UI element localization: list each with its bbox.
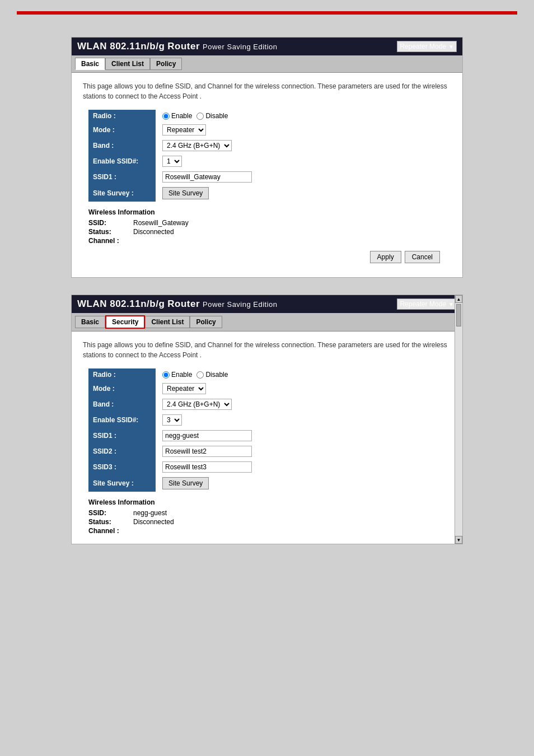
panel-content-2: This page allows you to define SSID, and… <box>72 332 462 544</box>
radio-enable-label-1[interactable]: Enable <box>162 112 192 120</box>
tab-security-2[interactable]: Security <box>105 315 145 329</box>
tab-clientlist-2[interactable]: Client List <box>145 316 190 328</box>
wi-status-label-1: Status: <box>88 227 133 236</box>
title-brand-2: Router <box>167 298 200 309</box>
radio-enable-input-1[interactable] <box>162 113 170 120</box>
wireless-info-table-1: SSID: Rosewill_Gateway Status: Disconnec… <box>88 218 189 245</box>
site-survey-button-2[interactable]: Site Survey <box>162 477 209 489</box>
mode-select-2[interactable]: Repeater <box>162 383 206 394</box>
site-survey-btn-cell-1: Site Survey <box>156 185 256 202</box>
title-bold-2: WLAN 802.11n/b/g <box>77 298 165 309</box>
wi-ssid-row-2: SSID: negg-guest <box>88 508 174 517</box>
band-label-cell-1: Band : <box>88 138 156 153</box>
site-survey-label-1: Site Survey : <box>88 185 156 202</box>
mode-label-1: Repeater Mode <box>400 43 446 50</box>
row-ssid1-1: SSID1 : <box>88 169 256 185</box>
radio-disable-label-2[interactable]: Disable <box>196 371 228 379</box>
title-light-2: Power Saving Edition <box>203 300 278 309</box>
ssid2-label-2: SSID2 : <box>88 444 156 459</box>
router-panel-2: ▲ ▼ WLAN 802.11n/b/g Router Power Saving… <box>71 295 463 544</box>
tab-policy-2[interactable]: Policy <box>190 316 222 328</box>
ssid3-input-2[interactable] <box>162 461 252 473</box>
scrollbar-up-btn[interactable]: ▲ <box>455 295 462 303</box>
band-select-cell-1: 2.4 GHz (B+G+N) <box>156 138 256 153</box>
tab-basic-1[interactable]: Basic <box>75 58 105 70</box>
panel-header-2: WLAN 802.11n/b/g Router Power Saving Edi… <box>72 295 462 313</box>
panel-nav-2: Basic Security Client List Policy <box>72 313 462 332</box>
radio-label-1: Radio : <box>88 110 156 122</box>
wi-channel-value-2 <box>133 526 174 535</box>
tab-clientlist-1[interactable]: Client List <box>105 58 150 70</box>
ssid2-input-2[interactable] <box>162 446 252 457</box>
tab-policy-1[interactable]: Policy <box>150 58 182 70</box>
row-band-1: Band : 2.4 GHz (B+G+N) <box>88 138 256 153</box>
wi-status-row-2: Status: Disconnected <box>88 517 174 526</box>
ssid1-input-2[interactable] <box>162 430 252 441</box>
wi-ssid-label-1: SSID: <box>88 218 133 227</box>
row-ssid1-2: SSID1 : <box>88 428 256 444</box>
ssid1-input-1[interactable] <box>162 171 252 183</box>
band-select-1[interactable]: 2.4 GHz (B+G+N) <box>162 140 232 151</box>
panel-content-1: This page allows you to define SSID, and… <box>72 73 462 277</box>
radio-group-2: Enable Disable <box>156 368 256 381</box>
enable-ssid-label-1: Enable SSID#: <box>88 153 156 169</box>
scrollbar-area <box>455 303 462 536</box>
ssid1-label-1: SSID1 : <box>88 169 156 185</box>
scrollbar-thumb[interactable] <box>456 304 461 326</box>
wi-channel-value-1 <box>133 236 189 245</box>
panel-description-2: This page allows you to define SSID, and… <box>83 340 451 360</box>
mode-label-cell-2: Mode : <box>88 381 156 396</box>
enable-ssid-select-cell-2: 3 <box>156 412 256 428</box>
ssid3-input-cell-2 <box>156 459 256 475</box>
mode-dropdown-2[interactable]: Repeater Mode ▼ <box>397 298 457 310</box>
radio-group-1: Enable Disable <box>156 110 256 122</box>
radio-disable-label-1[interactable]: Disable <box>196 112 228 120</box>
radio-label-2: Radio : <box>88 368 156 381</box>
wireless-info-2: Wireless Information SSID: negg-guest St… <box>88 498 451 535</box>
radio-disable-text-1: Disable <box>205 112 228 120</box>
wi-status-value-1: Disconnected <box>133 227 189 236</box>
wi-channel-label-2: Channel : <box>88 526 133 535</box>
enable-ssid-select-cell-1: 1 <box>156 153 256 169</box>
radio-disable-input-1[interactable] <box>196 113 204 120</box>
row-radio-2: Radio : Enable Disable <box>88 368 256 381</box>
apply-button-1[interactable]: Apply <box>370 251 401 263</box>
ssid1-input-cell-1 <box>156 169 256 185</box>
radio-enable-label-2[interactable]: Enable <box>162 371 192 379</box>
ssid2-input-cell-2 <box>156 444 256 459</box>
row-enable-ssid-1: Enable SSID#: 1 <box>88 153 256 169</box>
mode-select-1[interactable]: Repeater <box>162 124 206 136</box>
scrollbar-down-btn[interactable]: ▼ <box>455 536 462 544</box>
wi-ssid-value-2: negg-guest <box>133 508 174 517</box>
ssid3-label-2: SSID3 : <box>88 459 156 475</box>
panel-description-1: This page allows you to define SSID, and… <box>83 81 451 101</box>
enable-ssid-select-1[interactable]: 1 <box>162 156 182 167</box>
tab-basic-2[interactable]: Basic <box>75 316 105 328</box>
row-radio-1: Radio : Enable Disable <box>88 110 256 122</box>
wi-status-label-2: Status: <box>88 517 133 526</box>
scrollbar-2[interactable]: ▲ ▼ <box>455 295 462 544</box>
radio-disable-text-2: Disable <box>205 371 228 379</box>
form-table-2: Radio : Enable Disable <box>88 368 256 492</box>
title-brand-1: Router <box>167 41 200 52</box>
form-table-1: Radio : Enable Disable <box>88 110 256 202</box>
wi-ssid-label-2: SSID: <box>88 508 133 517</box>
wireless-info-1: Wireless Information SSID: Rosewill_Gate… <box>88 208 451 245</box>
title-bold-1: WLAN 802.11n/b/g <box>77 41 165 52</box>
site-survey-button-1[interactable]: Site Survey <box>162 187 209 199</box>
radio-enable-input-2[interactable] <box>162 371 170 379</box>
band-select-2[interactable]: 2.4 GHz (B+G+N) <box>162 399 232 410</box>
enable-ssid-select-2[interactable]: 3 <box>162 414 182 426</box>
band-label-cell-2: Band : <box>88 396 156 412</box>
action-buttons-1: Apply Cancel <box>83 245 451 269</box>
wi-channel-row-1: Channel : <box>88 236 189 245</box>
wi-channel-row-2: Channel : <box>88 526 174 535</box>
radio-enable-text-2: Enable <box>171 371 192 379</box>
panel-title-1: WLAN 802.11n/b/g Router Power Saving Edi… <box>77 41 278 52</box>
ssid1-label-2: SSID1 : <box>88 428 156 444</box>
cancel-button-1[interactable]: Cancel <box>405 251 440 263</box>
mode-dropdown-1[interactable]: Repeater Mode ▼ <box>397 41 457 52</box>
ssid1-input-cell-2 <box>156 428 256 444</box>
wi-status-row-1: Status: Disconnected <box>88 227 189 236</box>
radio-disable-input-2[interactable] <box>196 371 204 379</box>
